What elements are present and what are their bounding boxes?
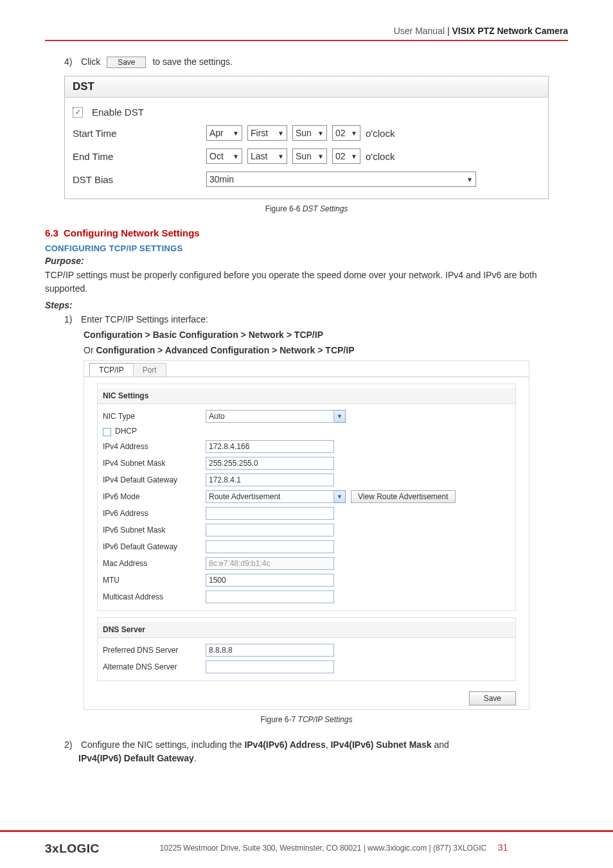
dst-bias-row: DST Bias 30min▼ bbox=[73, 168, 540, 191]
enable-dst-label: Enable DST bbox=[92, 107, 144, 118]
ipv4-address-input[interactable]: 172.8.4.166 bbox=[206, 440, 334, 453]
tab-tcpip[interactable]: TCP/IP bbox=[89, 363, 134, 376]
config-path-2-line: Or Configuration > Advanced Configuratio… bbox=[84, 344, 568, 357]
alternate-dns-row: Alternate DNS Server bbox=[103, 659, 510, 675]
dst-bias-value: 30min bbox=[209, 174, 234, 184]
end-hour-select[interactable]: 02▼ bbox=[332, 148, 360, 164]
chevron-down-icon: ▼ bbox=[334, 410, 346, 423]
ipv6-gw-input[interactable] bbox=[206, 540, 334, 553]
start-day-select[interactable]: Sun▼ bbox=[292, 125, 327, 141]
start-week-value: First bbox=[251, 128, 268, 138]
start-hour-select[interactable]: 02▼ bbox=[332, 125, 360, 141]
config-path-or: Or bbox=[84, 345, 96, 355]
alternate-dns-label: Alternate DNS Server bbox=[103, 662, 206, 671]
start-day-value: Sun bbox=[296, 128, 312, 138]
section-6-3-heading: 6.3 Configuring Network Settings bbox=[45, 227, 568, 238]
step-4-num: 4) bbox=[64, 57, 78, 67]
ipv6-mode-select[interactable]: Route Advertisement ▼ bbox=[206, 490, 346, 503]
enable-dst-checkbox[interactable]: ✓ bbox=[73, 107, 83, 118]
ipv4-address-label: IPv4 Address bbox=[103, 442, 206, 451]
end-month-select[interactable]: Oct▼ bbox=[206, 148, 242, 164]
ipv4-gw-label: IPv4 Default Gateway bbox=[103, 475, 206, 484]
save-button-inline[interactable]: Save bbox=[107, 57, 146, 68]
chevron-down-icon: ▼ bbox=[466, 176, 473, 183]
step-4-after: to save the settings. bbox=[152, 57, 233, 67]
step-1-num: 1) bbox=[64, 314, 78, 324]
preferred-dns-input[interactable]: 8.8.8.8 bbox=[206, 644, 334, 657]
header-sep: | bbox=[445, 26, 452, 36]
step-2-t3: and bbox=[432, 740, 449, 750]
ipv6-mask-input[interactable] bbox=[206, 524, 334, 536]
ipv4-mask-input[interactable]: 255.255.255.0 bbox=[206, 457, 334, 470]
step-2-b1: IPv4(IPv6) Address bbox=[244, 740, 325, 750]
chevron-down-icon: ▼ bbox=[233, 153, 239, 160]
nic-type-row: NIC Type Auto ▼ bbox=[103, 408, 510, 425]
start-week-select[interactable]: First▼ bbox=[247, 125, 287, 141]
dns-server-heading: DNS Server bbox=[98, 622, 515, 638]
ipv6-gw-row: IPv6 Default Gateway bbox=[103, 538, 510, 555]
ipv6-mode-row: IPv6 Mode Route Advertisement ▼ View Rou… bbox=[103, 488, 510, 505]
step-4-line: 4) Click Save to save the settings. bbox=[64, 57, 568, 68]
end-day-select[interactable]: Sun▼ bbox=[292, 148, 327, 164]
ipv4-mask-row: IPv4 Subnet Mask 255.255.255.0 bbox=[103, 455, 510, 472]
start-time-row: Start Time Apr▼ First▼ Sun▼ 02▼ o'clock bbox=[73, 121, 540, 145]
mac-row: Mac Address 8c:e7:48:d9:b1:4c bbox=[103, 555, 510, 572]
start-month-select[interactable]: Apr▼ bbox=[206, 125, 242, 141]
dst-panel: DST ✓ Enable DST Start Time Apr▼ First▼ … bbox=[64, 76, 549, 199]
step-2-num: 2) bbox=[64, 738, 78, 752]
end-week-select[interactable]: Last▼ bbox=[247, 148, 287, 164]
dst-bias-select[interactable]: 30min▼ bbox=[206, 172, 476, 187]
page-number: 31 bbox=[498, 842, 508, 853]
dhcp-row: DHCP bbox=[103, 425, 510, 438]
dhcp-checkbox[interactable] bbox=[103, 428, 111, 436]
footer-text: 10225 Westmoor Drive, Suite 300, Westmin… bbox=[100, 842, 568, 853]
alternate-dns-input[interactable] bbox=[206, 660, 334, 673]
chevron-down-icon: ▼ bbox=[351, 153, 357, 160]
config-path-1: Configuration > Basic Configuration > Ne… bbox=[84, 328, 568, 341]
figure-6-6-prefix: Figure 6-6 bbox=[265, 204, 303, 213]
page-footer: 3xLOGIC 10225 Westmoor Drive, Suite 300,… bbox=[0, 830, 613, 856]
end-time-label: End Time bbox=[73, 151, 201, 162]
save-button[interactable]: Save bbox=[469, 691, 516, 705]
end-week-value: Last bbox=[251, 151, 267, 161]
ipv6-mode-value: Route Advertisement bbox=[206, 490, 334, 503]
header-light: User Manual bbox=[394, 26, 445, 36]
logo-3xlogic: 3xLOGIC bbox=[45, 838, 100, 856]
mac-value: 8c:e7:48:d9:b1:4c bbox=[206, 557, 334, 570]
nic-settings-heading: NIC Settings bbox=[98, 388, 515, 404]
steps-heading: Steps: bbox=[45, 300, 568, 310]
enable-dst-row: ✓ Enable DST bbox=[73, 103, 540, 121]
tcpip-settings-panel: TCP/IP Port NIC Settings NIC Type Auto ▼… bbox=[84, 360, 529, 709]
config-path-2: Configuration > Advanced Configuration >… bbox=[96, 345, 354, 355]
step-2-b3: IPv4(IPv6) Default Gateway bbox=[78, 753, 194, 763]
chevron-down-icon: ▼ bbox=[233, 130, 239, 137]
ipv6-gw-label: IPv6 Default Gateway bbox=[103, 542, 206, 551]
purpose-body: TCP/IP settings must be properly configu… bbox=[45, 269, 568, 295]
ipv6-address-input[interactable] bbox=[206, 507, 334, 520]
step-2-line: 2) Configure the NIC settings, including… bbox=[64, 738, 568, 765]
multicast-input[interactable] bbox=[206, 590, 334, 603]
multicast-row: Multicast Address bbox=[103, 589, 510, 605]
figure-6-6-caption: Figure 6-6 DST Settings bbox=[45, 204, 568, 213]
chevron-down-icon: ▼ bbox=[351, 130, 357, 137]
end-oclock: o'clock bbox=[366, 151, 395, 162]
end-hour-value: 02 bbox=[335, 151, 346, 161]
nic-type-select[interactable]: Auto ▼ bbox=[206, 410, 346, 423]
figure-6-7-caption: Figure 6-7 TCP/IP Settings bbox=[45, 715, 568, 724]
step-1-line: 1) Enter TCP/IP Settings interface: bbox=[64, 314, 568, 324]
step-4-before: Click bbox=[81, 57, 100, 67]
start-hour-value: 02 bbox=[335, 128, 346, 138]
mtu-label: MTU bbox=[103, 576, 206, 585]
ipv6-address-label: IPv6 Address bbox=[103, 509, 206, 518]
mtu-input[interactable]: 1500 bbox=[206, 574, 334, 587]
view-route-button[interactable]: View Route Advertisement bbox=[351, 490, 456, 503]
preferred-dns-row: Preferred DNS Server 8.8.8.8 bbox=[103, 642, 510, 659]
start-time-label: Start Time bbox=[73, 128, 201, 139]
ipv4-gw-row: IPv4 Default Gateway 172.8.4.1 bbox=[103, 472, 510, 488]
ipv6-mode-label: IPv6 Mode bbox=[103, 492, 206, 501]
figure-6-7-prefix: Figure 6-7 bbox=[261, 715, 298, 724]
ipv4-gw-input[interactable]: 172.8.4.1 bbox=[206, 474, 334, 486]
figure-6-7-ital: TCP/IP Settings bbox=[298, 715, 353, 724]
tab-port[interactable]: Port bbox=[133, 363, 166, 376]
start-oclock: o'clock bbox=[366, 128, 395, 139]
